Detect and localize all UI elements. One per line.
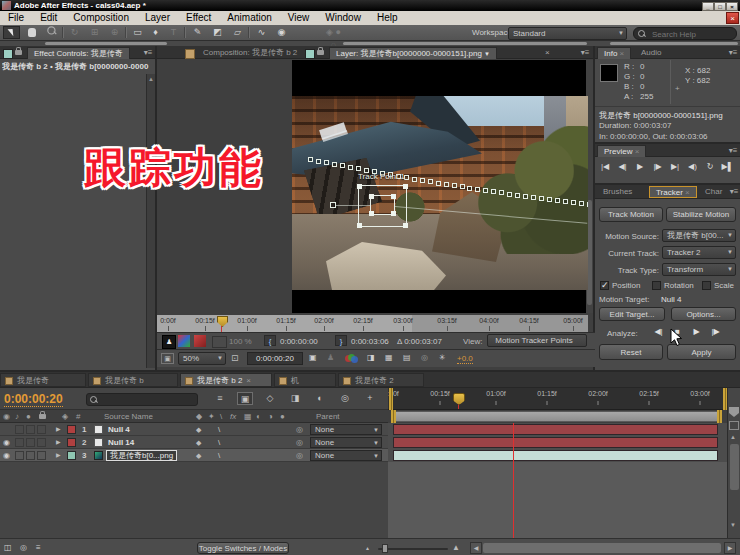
- eye-icon[interactable]: ◉: [3, 410, 10, 423]
- track-keyframe-marker[interactable]: [531, 195, 536, 200]
- switch-cell[interactable]: [15, 438, 24, 447]
- frame-blend-icon[interactable]: \: [218, 436, 220, 449]
- rotation-tool[interactable]: ↻: [66, 26, 83, 39]
- track-keyframe-marker[interactable]: [571, 200, 576, 205]
- zoom-in-icon[interactable]: ▲: [452, 543, 460, 552]
- panel-lock-icon[interactable]: [315, 48, 324, 57]
- tab-layer[interactable]: Layer: 我是传奇b[0000000-0000151].png ▼: [329, 47, 497, 59]
- ruler-start-handle[interactable]: [389, 388, 393, 410]
- expander-icon[interactable]: ▶: [56, 436, 61, 449]
- track-keyframe-marker[interactable]: [332, 162, 337, 167]
- time-ruler[interactable]: 0:00f00:15f01:00f01:15f02:00f02:15f03:00…: [388, 388, 727, 410]
- timeline-zoom-slider[interactable]: [378, 548, 448, 550]
- label-color-swatch[interactable]: [67, 451, 76, 460]
- tab-preview[interactable]: Preview ×: [597, 145, 646, 157]
- menu-edit[interactable]: Edit: [32, 11, 65, 25]
- track-keyframe-marker[interactable]: [356, 166, 361, 171]
- loop[interactable]: ↻: [702, 160, 718, 174]
- camera-tool[interactable]: ⊞: [86, 26, 103, 39]
- pick-whip-icon[interactable]: ◎: [296, 449, 303, 462]
- in-point-icon[interactable]: {: [264, 335, 276, 346]
- channel-icon-rgb[interactable]: [178, 335, 190, 347]
- panel-divider-handle[interactable]: [343, 42, 587, 45]
- comp-button-icon[interactable]: [729, 421, 739, 430]
- hscroll-left-icon[interactable]: ◀: [470, 542, 482, 554]
- timeline-button-icon[interactable]: ▤: [403, 353, 411, 362]
- graph-editor-icon[interactable]: +: [362, 392, 378, 405]
- options-button[interactable]: Options...: [671, 307, 736, 321]
- timeline-search-box[interactable]: [86, 393, 198, 406]
- menu-animation[interactable]: Animation: [219, 11, 279, 25]
- number-column[interactable]: #: [76, 410, 80, 423]
- quality-icon[interactable]: ◆: [196, 436, 201, 449]
- tab-effect-controls[interactable]: Effect Controls: 我是传奇: [27, 47, 130, 59]
- channel-icon-red[interactable]: [194, 335, 206, 347]
- track-point-inner-box[interactable]: [370, 195, 395, 215]
- brainstorm-icon[interactable]: ◎: [337, 392, 353, 405]
- track-keyframe-marker[interactable]: [499, 190, 504, 195]
- viewer-current-time[interactable]: 0:00:00:20: [247, 352, 303, 365]
- audio[interactable]: ◀): [685, 160, 701, 174]
- tab-audio[interactable]: Audio: [635, 47, 667, 59]
- view-dropdown[interactable]: Motion Tracker Points: [487, 334, 587, 347]
- tab-composition[interactable]: Composition: 我是传奇 b 2: [197, 47, 303, 59]
- next-frame[interactable]: |▶: [650, 160, 666, 174]
- timeline-tab[interactable]: 我是传奇: [0, 373, 86, 387]
- frame-blend-icon[interactable]: \: [218, 423, 220, 436]
- play[interactable]: ▶: [632, 160, 648, 174]
- pan-behind-tool[interactable]: ⊕: [106, 26, 123, 39]
- scroll-up-icon[interactable]: ▲: [148, 76, 154, 82]
- timeline-tab[interactable]: 我是传奇 b: [88, 373, 178, 387]
- layer-name[interactable]: Null 14: [108, 436, 134, 449]
- track-keyframe-marker[interactable]: [348, 165, 353, 170]
- pick-whip-icon[interactable]: ◎: [296, 423, 303, 436]
- pick-whip-icon[interactable]: ◎: [296, 436, 303, 449]
- shape-tool[interactable]: ▭: [129, 26, 146, 39]
- out-point-icon[interactable]: }: [335, 335, 347, 346]
- tab-close-icon[interactable]: ×: [246, 376, 251, 385]
- work-area-bar[interactable]: [391, 411, 722, 422]
- work-area-start-handle[interactable]: [391, 410, 396, 423]
- timeline-tab[interactable]: 机: [274, 373, 336, 387]
- layer-row[interactable]: ◉▶3我是传奇b[0...png◆\◎None▼: [0, 449, 388, 462]
- track-keyframe-marker[interactable]: [491, 189, 496, 194]
- reset-button[interactable]: Reset: [599, 344, 663, 360]
- scale-checkbox[interactable]: [702, 281, 711, 290]
- ram-preview[interactable]: ▶▌: [720, 160, 736, 174]
- clone-stamp-tool[interactable]: ◩: [209, 26, 226, 39]
- layer-name[interactable]: Null 4: [108, 423, 130, 436]
- work-area-end-handle[interactable]: [717, 410, 722, 423]
- track-keyframe-marker[interactable]: [555, 198, 560, 203]
- hand-tool[interactable]: [23, 26, 40, 39]
- panel-divider-handle[interactable]: [45, 42, 167, 45]
- panel-menu-icon[interactable]: ▾≡: [727, 146, 739, 156]
- panel-menu-icon[interactable]: ▾≡: [142, 48, 154, 58]
- eraser-tool[interactable]: ▱: [229, 26, 246, 39]
- snapshot-icon[interactable]: ▣: [309, 353, 317, 362]
- panel-menu-icon[interactable]: ▾≡: [728, 187, 740, 197]
- pixel-aspect-icon[interactable]: ◎: [421, 353, 428, 362]
- region-of-interest-icon[interactable]: ⊡: [231, 353, 244, 364]
- timeline-tab[interactable]: 我是传奇 2: [338, 373, 424, 387]
- lock-icon[interactable]: [37, 410, 46, 423]
- track-keyframe-marker[interactable]: [515, 193, 520, 198]
- parent-dropdown[interactable]: None▼: [310, 450, 382, 461]
- expand-transfer-controls-icon[interactable]: ◎: [20, 543, 27, 552]
- track-type-dropdown[interactable]: Transform▼: [662, 263, 736, 276]
- track-keyframe-marker[interactable]: [483, 188, 488, 193]
- source-name-column[interactable]: Source Name: [104, 410, 153, 423]
- solo-icon[interactable]: ●: [26, 410, 31, 423]
- expand-layer-switches-icon[interactable]: ◫: [4, 543, 12, 552]
- comp-marker-bin-icon[interactable]: [729, 407, 739, 417]
- close-button[interactable]: ×: [726, 2, 738, 11]
- current-track-dropdown[interactable]: Tracker 2▼: [662, 246, 736, 259]
- zoom-dropdown[interactable]: 50%▼: [178, 352, 226, 365]
- stabilize-motion-button[interactable]: Stabilize Motion: [666, 207, 736, 222]
- track-keyframe-marker[interactable]: [308, 157, 313, 162]
- zoom-tool[interactable]: [43, 26, 60, 39]
- restore-button[interactable]: □: [714, 2, 726, 11]
- document-close-button[interactable]: ×: [726, 12, 739, 24]
- track-keyframe-marker[interactable]: [579, 201, 584, 206]
- menu-layer[interactable]: Layer: [137, 11, 178, 25]
- timeline-hscrollbar[interactable]: [483, 543, 721, 553]
